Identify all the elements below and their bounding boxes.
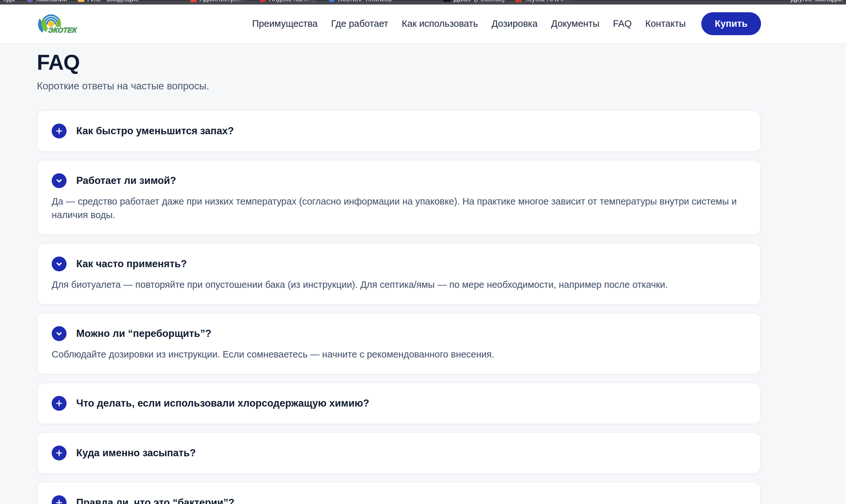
faq-question-row[interactable]: Как часто применять? [52, 256, 746, 271]
chevron-down-icon [55, 260, 63, 268]
bookmark-label: ДБОУ (Ребёнок) [454, 0, 505, 3]
faq-question-row[interactable]: Что делать, если использовали хлорсодерж… [52, 396, 746, 411]
swirl-icon [27, 0, 33, 2]
faq-question-row[interactable]: Как быстро уменьшится запах? [52, 124, 746, 139]
bookmark-label: Хостинг Timeweb [338, 0, 392, 3]
page-subtitle: Короткие ответы на частые вопросы. [37, 80, 761, 92]
faq-question-row[interactable]: Можно ли “переборщить”? [52, 326, 746, 341]
nav-link-3[interactable]: Как использовать [402, 18, 478, 29]
folder-icon [78, 0, 84, 2]
faq-toggle-button[interactable] [52, 495, 67, 504]
site-header: ЭКОТЕК ЭКОТЕК Преимущества Где работает … [0, 4, 846, 43]
nav-link-5[interactable]: Документы [551, 18, 600, 29]
faq-toggle-button[interactable] [52, 173, 67, 188]
logo-wordmark: ЭКОТЕК ЭКОТЕК [48, 26, 77, 34]
faq-item: Правда ли, что это “бактерии”? [37, 482, 761, 504]
faq-toggle-button[interactable] [52, 396, 67, 411]
plus-icon [55, 499, 63, 504]
faq-question: Как быстро уменьшится запах? [76, 125, 234, 137]
faq-question: Работает ли зимой? [76, 175, 176, 186]
red-circle-icon [259, 0, 266, 2]
faq-question: Что делать, если использовали хлорсодерж… [76, 397, 369, 409]
bookmark-item[interactable]: Toyota RAV4 Нов [515, 0, 574, 3]
faq-toggle-button[interactable] [52, 446, 67, 461]
bookmark-item[interactable]: Кампании [27, 0, 67, 3]
faq-item: Работает ли зимой? Да — средство работае… [37, 160, 761, 235]
nav-link-6[interactable]: FAQ [613, 18, 632, 29]
faq-item: Что делать, если использовали хлорсодерж… [37, 382, 761, 424]
faq-item: Как быстро уменьшится запах? [37, 110, 761, 152]
chevron-down-icon [55, 330, 63, 338]
plus-icon [55, 449, 63, 457]
bookmark-label: Яндекс Календар [269, 0, 318, 3]
browser-bookmarks-bar: нда Кампании ГИС - Входящие Администрати… [0, 0, 846, 4]
nav-link-2[interactable]: Где работает [331, 18, 388, 29]
faq-section: FAQ Короткие ответы на частые вопросы. К… [37, 50, 761, 504]
bookmark-item[interactable]: ДБОУ (Ребёнок) [443, 0, 505, 3]
bookmark-item[interactable]: Хостинг Timeweb [329, 0, 392, 3]
clipped-bookmark-label[interactable]: нда [3, 0, 15, 3]
bookmark-label: Административн [200, 0, 249, 3]
buy-button[interactable]: Купить [701, 12, 761, 35]
faq-list: Как быстро уменьшится запах? Работает ли… [37, 110, 761, 504]
other-bookmarks-button[interactable]: Другие закладки [791, 0, 843, 3]
timeweb-icon [329, 0, 335, 2]
faq-question-row[interactable]: Работает ли зимой? [52, 173, 746, 188]
faq-toggle-button[interactable] [52, 256, 67, 271]
faq-question: Можно ли “переборщить”? [76, 328, 211, 339]
bookmark-item[interactable]: Административн [190, 0, 249, 3]
faq-question-row[interactable]: Правда ли, что это “бактерии”? [52, 495, 746, 504]
dark-square-icon [443, 0, 451, 2]
nav-link-4[interactable]: Дозировка [491, 18, 537, 29]
red-bookmark-icon [190, 0, 197, 2]
faq-answer: Да — средство работает даже при низких т… [52, 195, 746, 222]
faq-answer: Соблюдайте дозировки из инструкции. Если… [52, 347, 746, 361]
ecotek-logo[interactable]: ЭКОТЕК ЭКОТЕК [37, 12, 83, 36]
other-bookmarks-label: Другие закладки [791, 0, 843, 3]
bookmark-label: Кампании [36, 0, 67, 3]
nav-link-7[interactable]: Контакты [645, 18, 686, 29]
red-square-icon [515, 0, 522, 2]
faq-question: Правда ли, что это “бактерии”? [76, 497, 235, 504]
faq-question: Куда именно засыпать? [76, 447, 196, 459]
faq-item: Можно ли “переборщить”? Соблюдайте дозир… [37, 313, 761, 375]
faq-toggle-button[interactable] [52, 124, 67, 139]
faq-item: Куда именно засыпать? [37, 432, 761, 474]
nav-link-1[interactable]: Преимущества [252, 18, 317, 29]
plus-icon [55, 399, 63, 407]
bookmark-label: Toyota RAV4 Нов [524, 0, 574, 3]
plus-icon [55, 127, 63, 135]
faq-question-row[interactable]: Куда именно засыпать? [52, 446, 746, 461]
faq-answer: Для биотуалета — повторяйте при опустоше… [52, 278, 746, 291]
header-inner: ЭКОТЕК ЭКОТЕК Преимущества Где работает … [37, 12, 761, 36]
page-title: FAQ [37, 50, 761, 74]
svg-text:ЭКОТЕК: ЭКОТЕК [48, 26, 77, 34]
bookmark-item[interactable]: ГИС - Входящие [78, 0, 139, 3]
chevron-down-icon [55, 177, 63, 184]
bookmark-label: ГИС - Входящие [87, 0, 139, 3]
main-nav: Преимущества Где работает Как использова… [252, 18, 686, 29]
bookmark-item[interactable]: Яндекс Календар [259, 0, 318, 3]
faq-question: Как часто применять? [76, 258, 187, 270]
faq-toggle-button[interactable] [52, 326, 67, 341]
faq-item: Как часто применять? Для биотуалета — по… [37, 243, 761, 305]
